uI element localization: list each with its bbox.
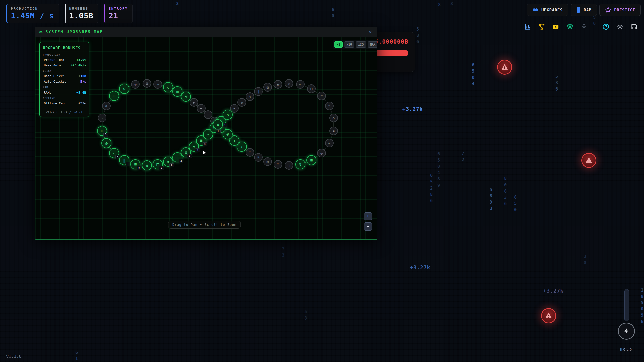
- upgrade-node[interactable]: ◷: [329, 114, 338, 122]
- help-icon[interactable]: [602, 23, 609, 30]
- layers-icon[interactable]: [567, 23, 573, 30]
- upgrade-node[interactable]: ◷: [246, 92, 254, 101]
- upgrade-node[interactable]: ≈8: [109, 148, 119, 158]
- multiplier-x10[interactable]: x10: [344, 41, 354, 48]
- close-icon[interactable]: ×: [368, 29, 373, 35]
- gain-floater: +3.27k: [402, 106, 423, 112]
- matrix-digits: 05286: [430, 172, 434, 204]
- upgrade-bonuses-panel[interactable]: UPGRADE BONUSES PRODUCTIONProduction:+8.…: [39, 42, 89, 117]
- upgrade-node[interactable]: ↯: [295, 159, 305, 169]
- pan-hint: Drag to Pan • Scroll to Zoom: [168, 221, 241, 229]
- upgrade-node[interactable]: ☆: [98, 114, 106, 122]
- bonus-row: Auto-Clicks:5/s: [44, 80, 86, 83]
- upgrade-node[interactable]: ⊞: [109, 91, 119, 101]
- upgrade-node[interactable]: ⊞3: [97, 126, 107, 136]
- upgrade-node-icon: ⊞: [113, 93, 115, 98]
- upgrade-node[interactable]: □: [285, 161, 293, 170]
- upgrade-node[interactable]: ◍: [317, 149, 326, 157]
- prestige-button[interactable]: PRESTIGE: [599, 4, 641, 16]
- upgrade-node[interactable]: ↻: [163, 82, 173, 92]
- modal-title: SYSTEM UPGRADES MAP: [45, 30, 103, 34]
- multiplier-max[interactable]: MAX: [368, 41, 377, 48]
- prestige-star-icon: [605, 7, 611, 13]
- bar-chart-icon[interactable]: [524, 23, 531, 30]
- upgrade-node-icon: ↻: [226, 112, 229, 117]
- warning-triangle-icon: [501, 64, 508, 71]
- upgrade-node[interactable]: ↻: [119, 84, 129, 94]
- hold-button[interactable]: [618, 323, 635, 340]
- upgrade-node-icon: ‖: [257, 90, 259, 94]
- upgrade-node[interactable]: ✦: [204, 110, 212, 119]
- upgrade-node[interactable]: ▤: [263, 83, 272, 92]
- zoom-out-button[interactable]: −: [364, 222, 372, 231]
- upgrade-node-icon: ⊞: [134, 162, 137, 167]
- stat-card: NUMBERS1.05B: [65, 4, 98, 23]
- save-icon[interactable]: [631, 23, 637, 30]
- upgrade-node[interactable]: ∞: [153, 80, 162, 89]
- top-buttons: UPGRADES RAM PRESTIGE: [527, 4, 641, 16]
- upgrade-node[interactable]: ↻: [223, 110, 233, 120]
- upgrade-node[interactable]: ◍: [101, 138, 111, 148]
- gear-icon[interactable]: [617, 23, 623, 30]
- upgrade-node[interactable]: ‖: [254, 87, 263, 96]
- ram-button-label: RAM: [584, 8, 592, 12]
- upgrade-node[interactable]: ⊞: [172, 86, 182, 97]
- upgrade-node[interactable]: □9: [153, 159, 163, 169]
- upgrade-map-canvas[interactable]: ◉∞◍⊞↯□↯▤↯↯✦↑◉✦◉✦+◉≈⊞↻∞▤◍↻⊞◍☆⊞3◍≈8‖1⊞8◍□9…: [35, 37, 377, 239]
- lock-icon[interactable]: [581, 23, 587, 30]
- upgrade-node[interactable]: ↯: [246, 148, 254, 157]
- upgrade-node-icon: ↯: [277, 162, 279, 166]
- upgrade-node-icon: ↻: [217, 122, 219, 127]
- upgrade-node[interactable]: ◍: [102, 102, 111, 110]
- ram-button[interactable]: RAM: [571, 4, 597, 16]
- upgrade-node-icon: ◉: [277, 83, 279, 86]
- stat-value: 1.05B: [69, 11, 93, 20]
- upgrade-node[interactable]: ◍: [142, 160, 152, 170]
- upgrade-node[interactable]: ∞: [296, 80, 305, 89]
- multiplier-x25[interactable]: x25: [356, 41, 366, 48]
- zoom-in-button[interactable]: +: [364, 212, 372, 220]
- matrix-digits: 58: [304, 309, 309, 321]
- upgrade-node[interactable]: ≈: [325, 102, 334, 110]
- upgrade-node-icon: ◉: [226, 132, 229, 137]
- upgrade-node[interactable]: ‖1: [119, 155, 129, 165]
- upgrade-node[interactable]: ↯: [274, 160, 282, 169]
- upgrade-node-icon: ◉: [193, 100, 195, 104]
- game-stage: 3608365045860528665048972589380836850586…: [0, 0, 644, 362]
- upgrade-node[interactable]: ≈: [181, 92, 191, 102]
- upgrade-node-icon: ◉: [167, 159, 169, 164]
- upgrade-node[interactable]: +: [197, 104, 206, 113]
- multiplier-x1[interactable]: x1: [334, 41, 343, 48]
- upgrade-node[interactable]: ◉8: [163, 157, 173, 167]
- upgrade-node[interactable]: ◍: [131, 80, 140, 89]
- bonus-row: Base Click:+108: [44, 74, 86, 78]
- upgrade-node[interactable]: ↯: [254, 153, 263, 162]
- upgrade-node[interactable]: ◉: [329, 127, 338, 135]
- glitch-alert-button[interactable]: [541, 308, 556, 323]
- upgrade-node[interactable]: ⊞: [306, 155, 316, 165]
- upgrade-node[interactable]: □: [307, 84, 316, 93]
- upgrade-node[interactable]: ◉: [190, 98, 198, 107]
- matrix-digits: 3: [176, 1, 180, 7]
- folder-icon[interactable]: [552, 23, 559, 30]
- glitch-alert-button[interactable]: [581, 153, 596, 168]
- upgrades-button[interactable]: UPGRADES: [527, 4, 568, 16]
- upgrade-node[interactable]: ∞: [325, 139, 334, 147]
- infinity-icon: ∞: [39, 29, 42, 35]
- upgrade-node[interactable]: ≈: [317, 92, 326, 100]
- matrix-digits: 60: [332, 7, 336, 19]
- upgrade-node[interactable]: ↻: [213, 119, 223, 129]
- upgrade-node[interactable]: ⊞8: [130, 159, 140, 169]
- upgrade-node[interactable]: ◍: [237, 98, 246, 107]
- upgrade-node-icon: ‖: [176, 155, 179, 160]
- upgrade-node-icon: ⊞: [200, 138, 203, 143]
- glitch-alert-button[interactable]: [497, 60, 512, 75]
- upgrade-node[interactable]: ▤: [143, 79, 151, 88]
- upgrade-node[interactable]: ◉: [274, 80, 282, 89]
- upgrade-node-icon: □: [310, 87, 312, 90]
- bonus-row: Production:+8.0%: [44, 58, 86, 62]
- upgrade-node[interactable]: ▤: [263, 157, 272, 166]
- upgrade-node[interactable]: ◒: [285, 79, 293, 88]
- node-level-badge: 8: [169, 163, 174, 167]
- trophy-icon[interactable]: [538, 23, 545, 30]
